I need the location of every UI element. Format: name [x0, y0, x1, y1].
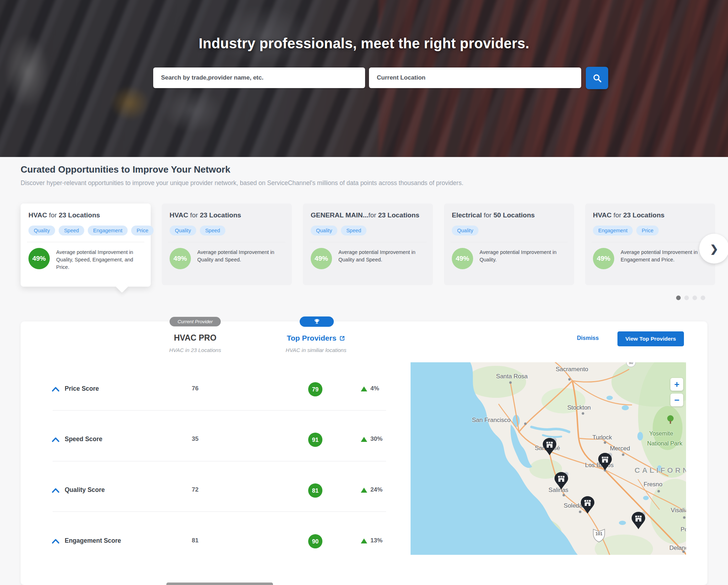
curated-section-title: Curated Opportunities to Improve Your Ne…	[21, 164, 230, 175]
dismiss-button[interactable]: Dismiss	[577, 335, 599, 341]
score-change-percent: 30%	[370, 435, 382, 443]
map-label-california: CALIFORNIA	[635, 466, 686, 475]
score-change-percent: 24%	[370, 486, 382, 493]
chevron-right-icon: ❯	[710, 243, 718, 255]
tag-quality[interactable]: Quality	[452, 226, 478, 235]
card-tags: Quality Speed	[170, 226, 284, 235]
top-score-badge: 90	[308, 534, 322, 548]
tag-speed[interactable]: Speed	[59, 226, 84, 235]
top-providers-link[interactable]: Top Providers	[272, 334, 360, 342]
card-locations: 23 Locations	[200, 211, 241, 219]
tag-engagement[interactable]: Engagement	[593, 226, 633, 235]
curated-section-subtitle: Discover hyper-relevant opportunities to…	[21, 179, 464, 187]
tag-price[interactable]: Price	[131, 226, 154, 235]
provider-locations-map[interactable]: 50 101 Sacramento Santa Rosa Stockton Sa…	[411, 362, 686, 555]
opportunity-card[interactable]: HVAC for 23 Locations Quality Speed Enga…	[21, 204, 151, 287]
tag-quality[interactable]: Quality	[170, 226, 196, 235]
card-for-text: for	[482, 211, 494, 219]
tag-quality[interactable]: Quality	[311, 226, 337, 235]
card-tags: Engagement Price	[593, 226, 707, 235]
opportunity-card-title: Electrical for 50 Locations	[452, 211, 566, 219]
opportunity-card-title: GENERAL MAIN...for 23 Locations	[311, 211, 425, 219]
map-label-porterville: Po	[681, 526, 686, 533]
map-zoom-out-button[interactable]: −	[670, 394, 683, 406]
provider-pin[interactable]	[598, 453, 612, 471]
card-divider	[168, 242, 285, 242]
trophy-icon	[314, 319, 320, 325]
opportunity-card[interactable]: HVAC for 23 Locations Quality Speed 49% …	[162, 204, 292, 285]
current-score-value: 81	[174, 537, 216, 544]
map-label-yosemite-2: National Park	[647, 440, 682, 447]
increase-triangle-icon	[361, 386, 367, 391]
improvement-percent-badge: 49%	[170, 248, 191, 269]
card-description: Average potential Improvement in Engagem…	[621, 248, 707, 264]
row-divider	[53, 410, 386, 411]
map-label-visalia: Visalia	[671, 507, 686, 514]
map-label-san-francisco: San Francisco	[472, 417, 511, 424]
top-score-badge: 91	[308, 433, 322, 447]
card-description: Average potential Improvement in Quality…	[338, 248, 425, 264]
provider-pin[interactable]	[542, 438, 557, 456]
improvement-percent-badge: 49%	[28, 248, 50, 269]
score-row: Quality Score 72 81 24%	[21, 483, 390, 498]
card-tags: Quality Speed Engagement Price	[28, 226, 143, 235]
card-for-text: for	[188, 211, 200, 219]
card-trade: HVAC	[170, 211, 188, 219]
location-input[interactable]	[369, 67, 581, 88]
opportunity-card-title: HVAC for 23 Locations	[593, 211, 707, 219]
top-score-badge: 81	[308, 483, 322, 498]
pagination-dot[interactable]	[676, 296, 681, 300]
tag-price[interactable]: Price	[636, 226, 659, 235]
map-label-turlock: Turlock	[592, 434, 612, 441]
tag-engagement[interactable]: Engagement	[88, 226, 128, 235]
provider-marketplace-page: Industry professionals, meet the right p…	[0, 0, 728, 585]
opportunity-card[interactable]: Electrical for 50 Locations Quality 49% …	[444, 204, 574, 285]
provider-pin[interactable]	[580, 496, 595, 514]
card-locations: 23 Locations	[59, 211, 100, 219]
svg-text:101: 101	[595, 531, 603, 536]
opportunity-card[interactable]: HVAC for 23 Locations Engagement Price 4…	[585, 204, 715, 285]
card-locations: 50 Locations	[493, 211, 535, 219]
trade-search-input[interactable]	[153, 67, 365, 88]
provider-pin[interactable]	[554, 472, 568, 490]
card-divider	[450, 242, 568, 242]
chevron-up-icon[interactable]	[52, 386, 60, 393]
tag-speed[interactable]: Speed	[200, 226, 225, 235]
score-row: Price Score 76 79 4%	[21, 382, 390, 396]
top-providers-label: Top Providers	[287, 334, 337, 342]
card-divider	[592, 242, 709, 242]
score-label: Speed Score	[65, 435, 102, 443]
pagination-dot[interactable]	[692, 296, 697, 300]
external-link-icon	[339, 335, 345, 341]
pagination-dot[interactable]	[701, 296, 705, 300]
top-provider-badge	[300, 316, 334, 327]
top-providers-subtitle: HVAC in similiar locations	[272, 347, 360, 353]
card-locations: 23 Locations	[623, 211, 664, 219]
map-label-yosemite-1: Yosemite	[649, 430, 673, 437]
carousel-pagination	[676, 296, 705, 300]
tag-quality[interactable]: Quality	[28, 226, 55, 235]
map-zoom-in-button[interactable]: +	[670, 378, 683, 391]
current-score-value: 72	[174, 486, 216, 493]
chevron-up-icon[interactable]	[52, 437, 60, 444]
score-change-percent: 13%	[370, 537, 382, 544]
score-label: Engagement Score	[65, 537, 121, 545]
provider-pin[interactable]	[631, 511, 646, 530]
row-divider	[53, 461, 386, 461]
map-label-merced: Merced	[610, 445, 630, 452]
chevron-up-icon[interactable]	[52, 538, 60, 545]
search-button[interactable]	[586, 67, 608, 89]
increase-triangle-icon	[361, 488, 367, 493]
carousel-next-button[interactable]: ❯	[699, 234, 728, 264]
view-top-providers-button[interactable]: View Top Providers	[617, 331, 684, 346]
tag-speed[interactable]: Speed	[341, 226, 366, 235]
opportunity-card[interactable]: GENERAL MAIN...for 23 Locations Quality …	[303, 204, 433, 285]
improvement-percent-badge: 49%	[593, 248, 614, 269]
card-tags: Quality Speed	[311, 226, 425, 235]
score-label: Quality Score	[65, 486, 105, 494]
pagination-dot[interactable]	[684, 296, 689, 300]
map-label-delano: Delano	[669, 545, 686, 552]
chevron-up-icon[interactable]	[52, 488, 60, 494]
opportunity-card-title: HVAC for 23 Locations	[170, 211, 284, 219]
card-description: Average potential Improvement in Quality…	[56, 248, 143, 271]
